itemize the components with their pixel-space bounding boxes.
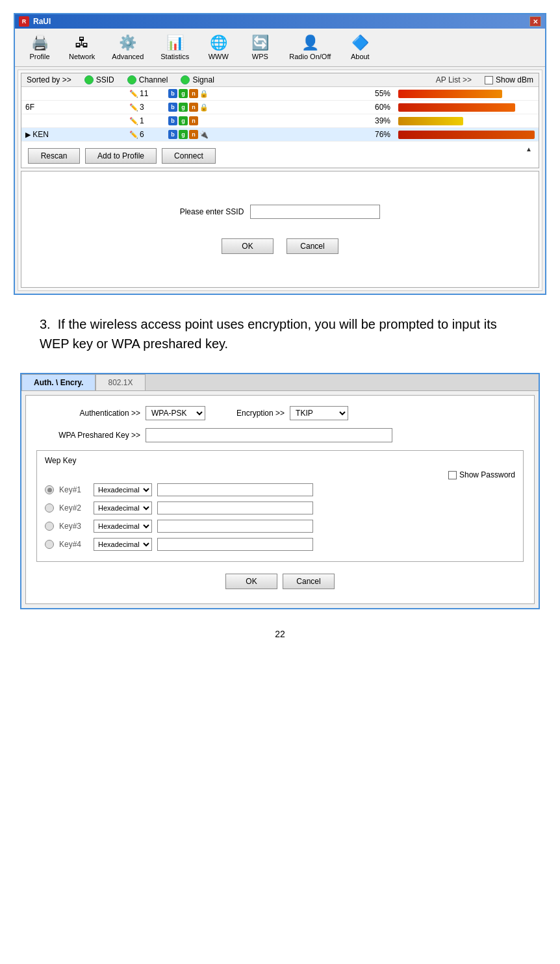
key4-format-wrapper: Hexadecimal ASCII [94, 538, 152, 551]
channel-label: Channel [139, 75, 168, 84]
ap-signal-bar [394, 87, 539, 101]
key1-format-wrapper: Hexadecimal ASCII [94, 483, 152, 496]
key4-input[interactable] [157, 538, 313, 551]
show-password-row: Show Password [448, 470, 515, 479]
auth-cancel-button[interactable]: Cancel [283, 574, 335, 589]
statistics-icon: 📊 [166, 34, 184, 51]
key3-format-select[interactable]: Hexadecimal ASCII [94, 520, 152, 533]
toolbar-radio[interactable]: 👤 Radio On/Off [282, 31, 338, 64]
lock-icon: 🔌 [199, 131, 209, 139]
ssid-input[interactable] [250, 205, 380, 219]
toolbar: 🖨️ Profile 🖧 Network ⚙️ Advanced 📊 Stati… [15, 29, 545, 67]
ap-badges: b g n [164, 114, 368, 128]
psk-row: WPA Preshared Key >> [36, 428, 524, 442]
show-dbm-row: Show dBm [485, 75, 533, 84]
ap-channel: ✏️1 [125, 114, 164, 128]
toolbar-www-label: WWW [209, 53, 229, 60]
ap-channel: ✏️3 [125, 101, 164, 114]
add-to-profile-button[interactable]: Add to Profile [85, 148, 157, 164]
www-icon: 🌐 [210, 34, 227, 51]
encry-select-wrapper: TKIP AES NONE [290, 406, 348, 420]
ap-header: Sorted by >> SSID Channel Signal AP List… [21, 73, 539, 87]
key1-input[interactable] [157, 483, 313, 496]
ap-channel: ✏️6 [125, 128, 164, 142]
ap-ssid [21, 87, 125, 101]
tab-8021x[interactable]: 802.1X [95, 374, 145, 390]
auth-content: Authentication >> WPA-PSK WPA2-PSK Open … [25, 395, 535, 604]
channel-dot [127, 75, 136, 84]
signal-dot [181, 75, 190, 84]
key3-label: Key#3 [59, 522, 88, 531]
auth-select[interactable]: WPA-PSK WPA2-PSK Open Shared [146, 406, 205, 420]
ssid-entry-label: Please enter SSID [180, 207, 244, 216]
channel-header: Channel [127, 75, 168, 84]
key2-format-select[interactable]: Hexadecimal ASCII [94, 501, 152, 514]
encry-label: Encryption >> [236, 409, 285, 418]
badge-b: b [168, 116, 177, 125]
ap-signal-bar [394, 128, 539, 142]
sorted-by-label: Sorted by >> [27, 75, 71, 84]
key2-radio[interactable] [45, 503, 54, 513]
key2-format-wrapper: Hexadecimal ASCII [94, 501, 152, 514]
toolbar-www[interactable]: 🌐 WWW [199, 31, 238, 64]
show-dbm-checkbox[interactable] [485, 76, 493, 84]
table-row[interactable]: 6F ✏️3 b g n 🔒 60% [21, 101, 539, 114]
body-paragraph: 3. If the wireless access point uses enc… [27, 314, 533, 353]
key1-label: Key#1 [59, 485, 88, 494]
badge-g: g [179, 89, 188, 98]
tab-auth-label: Auth. \ Encry. [34, 378, 83, 387]
paragraph-text: If the wireless access point uses encryp… [40, 317, 497, 351]
authentication-row: Authentication >> WPA-PSK WPA2-PSK Open … [36, 406, 524, 420]
toolbar-profile[interactable]: 🖨️ Profile [20, 31, 59, 64]
badge-g: g [179, 103, 188, 112]
toolbar-wps[interactable]: 🔄 WPS [240, 31, 279, 64]
table-row[interactable]: ✏️11 b g n 🔒 55% [21, 87, 539, 101]
show-password-checkbox[interactable] [448, 471, 457, 479]
toolbar-statistics[interactable]: 📊 Statistics [153, 31, 196, 64]
toolbar-about[interactable]: 🔷 About [340, 31, 379, 64]
connect-button[interactable]: Connect [162, 148, 216, 164]
badge-b: b [168, 89, 177, 98]
tab-auth-encry[interactable]: Auth. \ Encry. [21, 374, 95, 390]
ap-ssid: ▶ KEN [21, 128, 125, 142]
psk-input[interactable] [146, 428, 392, 442]
key1-format-select[interactable]: Hexadecimal ASCII [94, 483, 152, 496]
signal-header: Signal [181, 75, 214, 84]
auth-tabs: Auth. \ Encry. 802.1X [21, 374, 539, 391]
raui-content: Sorted by >> SSID Channel Signal AP List… [18, 70, 542, 291]
ok-button[interactable]: OK [222, 238, 274, 254]
app-icon: R [19, 16, 29, 27]
ok-cancel-row: OK Cancel [222, 238, 338, 254]
key4-radio[interactable] [45, 540, 54, 549]
close-button[interactable]: ✕ [529, 16, 541, 27]
wep-group-title: Wep Key [45, 456, 515, 465]
toolbar-network[interactable]: 🖧 Network [62, 31, 102, 64]
key2-label: Key#2 [59, 503, 88, 513]
key1-radio[interactable] [45, 485, 54, 494]
key3-input[interactable] [157, 520, 313, 533]
toolbar-statistics-label: Statistics [160, 53, 189, 60]
scroll-up-arrow[interactable]: ▲ [526, 146, 532, 153]
rescan-button[interactable]: Rescan [28, 148, 80, 164]
table-row[interactable]: ▶ KEN ✏️6 b g n 🔌 [21, 128, 539, 142]
cancel-button[interactable]: Cancel [286, 238, 338, 254]
encry-select[interactable]: TKIP AES NONE [290, 406, 348, 420]
key2-input[interactable] [157, 501, 313, 514]
ap-signal-bar [394, 114, 539, 128]
ap-table: ✏️11 b g n 🔒 55% [21, 87, 539, 142]
badge-n: n [189, 130, 198, 139]
toolbar-about-label: About [351, 53, 370, 60]
wep-key-row-3: Key#3 Hexadecimal ASCII [45, 520, 515, 533]
auth-ok-button[interactable]: OK [225, 574, 277, 589]
toolbar-wps-label: WPS [252, 53, 268, 60]
auth-window: Auth. \ Encry. 802.1X Authentication >> … [20, 373, 540, 609]
tab-8021x-label: 802.1X [108, 378, 133, 387]
toolbar-advanced[interactable]: ⚙️ Advanced [105, 31, 151, 64]
table-row[interactable]: ✏️1 b g n 39% [21, 114, 539, 128]
paragraph-number: 3. [40, 317, 58, 331]
auth-ok-cancel-row: OK Cancel [36, 570, 524, 593]
ssid-label: SSID [96, 75, 114, 84]
key4-format-select[interactable]: Hexadecimal ASCII [94, 538, 152, 551]
ap-badges: b g n 🔌 [164, 128, 368, 142]
key3-radio[interactable] [45, 522, 54, 531]
